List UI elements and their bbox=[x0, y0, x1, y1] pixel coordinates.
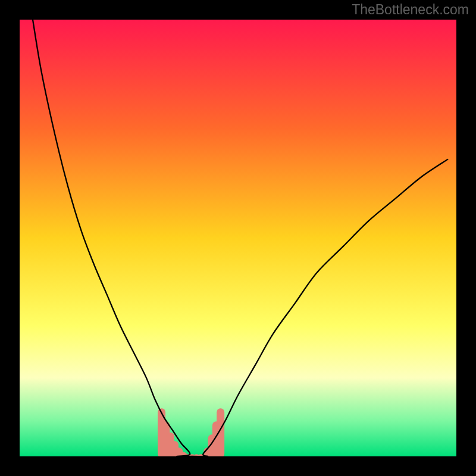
watermark-text: TheBottleneck.com bbox=[352, 2, 469, 17]
plot-background bbox=[20, 20, 456, 456]
bottleneck-chart: TheBottleneck.com bbox=[0, 0, 476, 476]
chart-container: TheBottleneck.com bbox=[0, 0, 476, 476]
